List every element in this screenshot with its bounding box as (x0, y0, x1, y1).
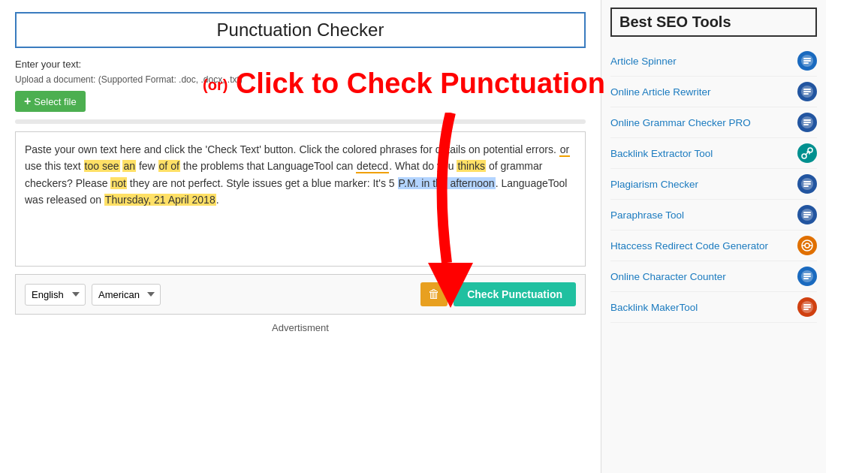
svg-rect-23 (803, 216, 809, 218)
check-punctuation-button[interactable]: Check Punctuation (454, 282, 576, 306)
sidebar-link-1[interactable]: Online Article Rewriter (610, 86, 797, 98)
svg-rect-30 (803, 276, 811, 277)
upload-row: Upload a document: (Supported Format: .d… (15, 74, 586, 85)
sidebar-link-4[interactable]: Plagiarism Checker (610, 179, 797, 190)
sidebar-icon-0 (797, 51, 817, 71)
select-file-button[interactable]: + Select file (15, 91, 86, 112)
sidebar-item: Online Character Counter (610, 261, 817, 292)
trash-icon: 🗑 (428, 288, 440, 300)
sidebar-items-container: Article SpinnerOnline Article RewriterOn… (610, 46, 817, 323)
svg-rect-19 (803, 185, 809, 187)
highlight-an: an (122, 160, 136, 172)
sidebar-item: Htaccess Redirect Code Generator (610, 230, 817, 261)
svg-rect-8 (803, 91, 811, 92)
trash-button[interactable]: 🗑 (420, 282, 448, 306)
svg-rect-22 (803, 214, 811, 215)
language-select[interactable]: English Spanish French German (25, 284, 86, 306)
svg-rect-3 (803, 58, 811, 59)
sidebar-item: Online Grammar Checker PRO (610, 107, 817, 138)
svg-rect-18 (803, 183, 811, 185)
sidebar-link-0[interactable]: Article Spinner (610, 56, 797, 67)
highlight-not: not (110, 177, 126, 189)
svg-rect-17 (803, 181, 811, 182)
sidebar-link-5[interactable]: Paraphrase Tool (610, 209, 797, 221)
svg-rect-11 (803, 119, 811, 121)
main-content: Punctuation Checker (or) Click to Check … (0, 0, 601, 473)
svg-rect-9 (803, 93, 809, 95)
highlight-thinks: thinks (457, 160, 486, 172)
plus-icon: + (24, 95, 31, 108)
sidebar-icon-7 (797, 267, 817, 286)
sidebar-icon-2 (797, 113, 817, 132)
text-area-box[interactable]: Paste your own text here and click the '… (15, 131, 586, 267)
highlight-detecd: detecd (356, 160, 389, 173)
enter-text-label: Enter your text: (15, 59, 586, 70)
svg-rect-34 (803, 306, 811, 308)
highlight-date: Thursday, 21 April 2018 (104, 194, 216, 206)
svg-rect-31 (803, 278, 809, 279)
svg-point-15 (808, 148, 812, 152)
highlight-or: or (559, 143, 570, 157)
title-box: Punctuation Checker (15, 12, 586, 48)
svg-rect-7 (803, 89, 811, 90)
highlight-too-see: too see (84, 160, 120, 172)
sidebar-link-6[interactable]: Htaccess Redirect Code Generator (610, 240, 797, 252)
sidebar-title-box: Best SEO Tools (610, 8, 817, 37)
sidebar-item: Backlink MakerTool (610, 292, 817, 323)
svg-rect-35 (803, 309, 809, 310)
highlight-of-of: of of (158, 160, 180, 172)
select-file-label: Select file (34, 96, 76, 107)
svg-rect-4 (803, 60, 811, 62)
svg-point-25 (805, 243, 809, 248)
svg-rect-21 (803, 212, 811, 213)
sidebar-icon-8 (797, 297, 817, 317)
highlight-pm: P.M. in the afternoon (398, 177, 496, 189)
progress-bar (15, 119, 586, 124)
advertisment-label: Advertisment (15, 322, 586, 333)
sidebar-item: Article Spinner (610, 46, 817, 77)
svg-rect-13 (803, 124, 809, 125)
svg-rect-33 (803, 304, 811, 306)
sidebar-item: Online Article Rewriter (610, 77, 817, 107)
svg-rect-12 (803, 122, 811, 123)
upload-label: Upload a document: (Supported Format: .d… (15, 74, 243, 85)
sidebar-item: Backlink Extractor Tool (610, 138, 817, 169)
sidebar-item: Paraphrase Tool (610, 200, 817, 230)
sidebar-icon-5 (797, 205, 817, 224)
dialect-select[interactable]: American British Australian (92, 284, 161, 306)
sidebar: Best SEO Tools Article SpinnerOnline Art… (601, 0, 826, 473)
sidebar-link-3[interactable]: Backlink Extractor Tool (610, 148, 797, 159)
sidebar-link-8[interactable]: Backlink MakerTool (610, 302, 797, 313)
sidebar-title: Best SEO Tools (619, 14, 808, 31)
svg-rect-29 (803, 273, 811, 275)
sidebar-link-2[interactable]: Online Grammar Checker PRO (610, 117, 797, 128)
bottom-bar: English Spanish French German American B… (15, 274, 586, 315)
sidebar-icon-1 (797, 82, 817, 101)
page-title: Punctuation Checker (24, 20, 577, 41)
sidebar-item: Plagiarism Checker (610, 169, 817, 200)
svg-rect-5 (803, 62, 809, 64)
sidebar-link-7[interactable]: Online Character Counter (610, 271, 797, 282)
sidebar-icon-4 (797, 174, 817, 194)
page-wrapper: Punctuation Checker (or) Click to Check … (0, 0, 868, 473)
svg-point-14 (802, 154, 806, 158)
sidebar-icon-3 (797, 143, 817, 163)
sidebar-icon-6 (797, 236, 817, 255)
